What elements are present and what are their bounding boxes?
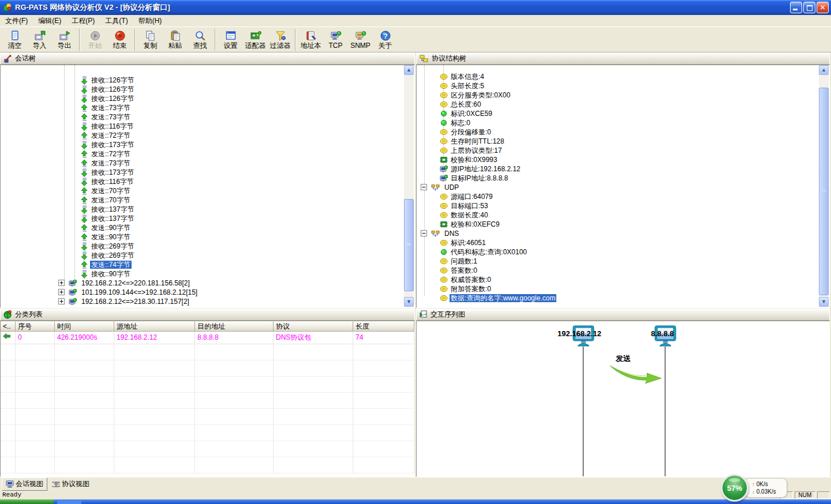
sequence-icon	[420, 310, 428, 319]
column-header-0[interactable]: <..	[1, 321, 16, 332]
session-tree-item[interactable]: 接收::126字节	[1, 76, 414, 85]
session-tree-item[interactable]: 接收::269字节	[1, 242, 414, 251]
toolbar-button-find[interactable]: 查找	[188, 28, 212, 52]
protocol-tree-item[interactable]: 目标IP地址:8.8.8.8	[417, 174, 829, 183]
session-tree-item[interactable]: 接收::269字节	[1, 251, 414, 260]
protocol-tree-item[interactable]: 源IP地址:192.168.2.12	[417, 164, 829, 174]
session-pair-item[interactable]: 101.199.109.144<=>192.168.2.12[15]	[1, 288, 414, 297]
protocol-tree-item[interactable]: 版本信息:4	[417, 72, 829, 81]
session-scrollbar[interactable]: ▲ ▼	[404, 65, 414, 307]
toolbar-button-import[interactable]: 导入	[27, 28, 52, 52]
session-tree-item-label: 发送::70字节	[90, 196, 132, 204]
protocol-tree-item[interactable]: 代码和标志:查询:0X0100	[417, 247, 829, 257]
column-header-6[interactable]: 长度	[353, 321, 414, 332]
toolbar-button-paste[interactable]: 粘贴	[163, 28, 188, 52]
expand-plus-icon[interactable]	[58, 280, 65, 287]
session-tree-item[interactable]: 发送::72字节	[1, 149, 414, 159]
protocol-tree-item[interactable]: 数据:查询的名字:www.google.com	[417, 294, 829, 303]
session-tree-item[interactable]: 接收::126字节	[1, 85, 414, 94]
session-tree-item[interactable]: 发送::73字节	[1, 159, 414, 168]
session-tree-item[interactable]: 接收::173字节	[1, 140, 414, 149]
protocol-tree-item[interactable]: 生存时间TTL:128	[417, 137, 829, 146]
toolbar-button-export[interactable]: 导出	[52, 28, 77, 52]
toolbar-button-filter[interactable]: 过滤器	[268, 28, 293, 52]
taskbar-window-button[interactable]	[57, 500, 81, 504]
restore-button[interactable]	[803, 2, 815, 13]
protocol-tree-item[interactable]: 目标端口:53	[417, 201, 829, 210]
session-tree-item[interactable]: 发送::70字节	[1, 195, 414, 205]
toolbar-button-about[interactable]: ?关于	[373, 28, 398, 52]
column-header-4[interactable]: 目的地址	[195, 321, 274, 332]
toolbar-button-stop[interactable]: 结束	[107, 28, 132, 52]
start-button-edge[interactable]	[0, 499, 54, 504]
protocol-tree-item[interactable]: 总长度:60	[417, 100, 829, 109]
toolbar-button-copy[interactable]: 复制	[138, 28, 163, 52]
scroll-thumb[interactable]	[819, 88, 829, 295]
session-tree-item[interactable]: 接收::137字节	[1, 205, 414, 214]
menu-item-0[interactable]: 文件(F)	[0, 15, 33, 27]
scroll-up-icon[interactable]: ▲	[819, 65, 829, 75]
minimize-button[interactable]	[790, 2, 802, 13]
scroll-up-icon[interactable]: ▲	[404, 65, 414, 75]
session-pair-item[interactable]: 192.168.2.12<=>220.181.156.58[2]	[1, 279, 414, 288]
protocol-tree-item[interactable]: 标识:46051	[417, 238, 829, 247]
session-tree-item[interactable]: 发送::73字节	[1, 103, 414, 112]
expand-plus-icon[interactable]	[58, 289, 65, 296]
session-tree-item[interactable]: 发送::70字节	[1, 186, 414, 195]
session-tree-item[interactable]: 接收::126字节	[1, 94, 414, 103]
toolbar-button-adapter[interactable]: 适配器	[243, 28, 268, 52]
menu-item-4[interactable]: 帮助(H)	[133, 15, 167, 27]
protocol-tree-item[interactable]: 上层协议类型:17	[417, 146, 829, 155]
session-pair-item[interactable]: 192.168.2.12<=>218.30.117.157[2]	[1, 297, 414, 306]
session-tree-item[interactable]: 发送::90字节	[1, 232, 414, 242]
collapse-minus-icon[interactable]	[421, 184, 428, 191]
session-tree-item[interactable]: 接收::90字节	[1, 269, 414, 279]
session-tree-item[interactable]: 接收::173字节	[1, 168, 414, 177]
session-tree-item[interactable]: 接收::116字节	[1, 177, 414, 186]
protocol-tree-item[interactable]: 数据长度:40	[417, 210, 829, 220]
session-tree-item[interactable]: 接收::137字节	[1, 214, 414, 223]
column-header-1[interactable]: 序号	[16, 321, 55, 332]
toolbar-button-tcp[interactable]: TCP	[323, 28, 348, 52]
protocol-tree-item[interactable]: 头部长度:5	[417, 81, 829, 91]
expand-plus-icon[interactable]	[58, 298, 65, 305]
close-button[interactable]: ✕	[817, 2, 829, 13]
tab-protocol-view[interactable]: 协议视图	[48, 478, 93, 490]
scroll-down-icon[interactable]: ▼	[404, 297, 414, 307]
toolbar-button-snmp[interactable]: SNMP	[348, 28, 373, 52]
menu-item-3[interactable]: 工具(T)	[100, 15, 133, 27]
toolbar-button-clear[interactable]: 清空	[2, 28, 27, 52]
menu-item-2[interactable]: 工程(P)	[66, 15, 100, 27]
session-tree-item[interactable]: 发送::73字节	[1, 112, 414, 122]
protocol-tree-item[interactable]: 校验和:0X9993	[417, 155, 829, 164]
session-tree-item[interactable]: 发送::74字节	[1, 260, 414, 269]
protocol-tree-item[interactable]: 校验和:0XEFC9	[417, 220, 829, 229]
protocol-tree-item[interactable]: 问题数:1	[417, 257, 829, 266]
toolbar-button-book[interactable]: 地址本	[298, 28, 323, 52]
menu-item-1[interactable]: 编辑(E)	[33, 15, 66, 27]
protocol-tree-item[interactable]: 区分服务类型:0X00	[417, 91, 829, 100]
protocol-tree-item[interactable]: 权威答案数:0	[417, 275, 829, 284]
tab-session-view[interactable]: 会话视图	[2, 477, 47, 491]
protocol-tree-item[interactable]: 标识:0XCE59	[417, 109, 829, 118]
protocol-scrollbar[interactable]: ▲ ▼	[819, 65, 829, 307]
column-header-2[interactable]: 时间	[55, 321, 114, 332]
session-tree-item[interactable]: 接收::116字节	[1, 122, 414, 131]
protocol-tree-item[interactable]: 答案数:0	[417, 266, 829, 275]
protocol-tree-item[interactable]: 分段偏移量:0	[417, 127, 829, 137]
scroll-thumb[interactable]	[404, 199, 414, 291]
column-header-3[interactable]: 源地址	[114, 321, 195, 332]
toolbar-button-start[interactable]: 开始	[83, 28, 107, 52]
collapse-minus-icon[interactable]	[421, 230, 428, 237]
session-tree-item[interactable]: 发送::90字节	[1, 223, 414, 232]
table-row[interactable]: 0426.219000s192.168.2.128.8.8.8DNS协议包74	[1, 332, 414, 344]
protocol-tree-item[interactable]: 源端口:64079	[417, 192, 829, 201]
scroll-down-icon[interactable]: ▼	[819, 297, 829, 307]
column-header-5[interactable]: 协议	[274, 321, 353, 332]
toolbar-button-settings[interactable]: 设置	[218, 28, 243, 52]
session-tree-item[interactable]: 发送::72字节	[1, 131, 414, 140]
protocol-tree-item[interactable]: 附加答案数:0	[417, 284, 829, 294]
protocol-tree-item[interactable]: UDP	[417, 183, 829, 192]
protocol-tree-item[interactable]: DNS	[417, 229, 829, 238]
protocol-tree-item[interactable]: 标志:0	[417, 118, 829, 127]
